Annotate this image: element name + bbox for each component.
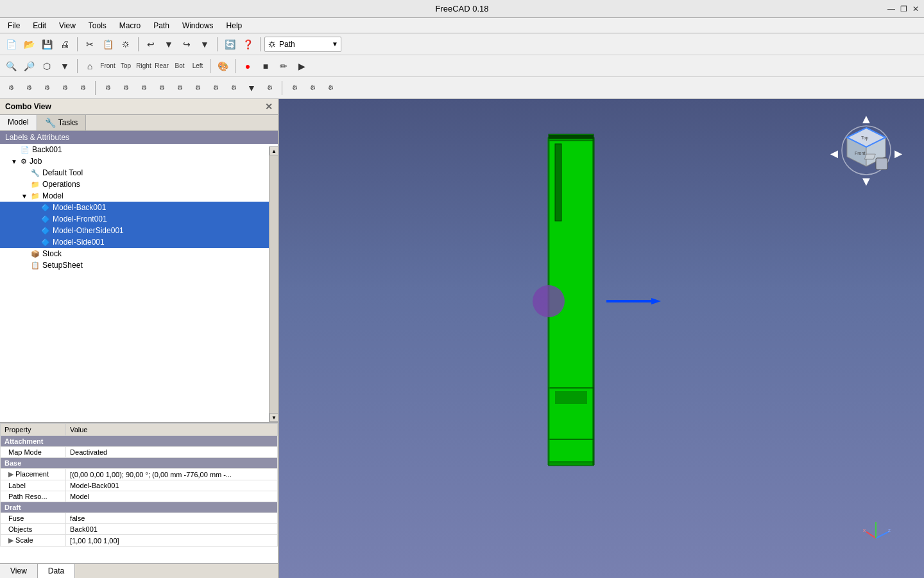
tree-item-model-folder[interactable]: ▼📁Model [0, 190, 278, 202]
maximize-button[interactable]: ❐ [900, 4, 907, 13]
path-op7[interactable]: ⚙ [117, 80, 134, 96]
tree-item-job[interactable]: ▼⚙Job [0, 155, 278, 167]
path-op11[interactable]: ⚙ [189, 80, 206, 96]
combo-close-button[interactable]: ✕ [265, 101, 273, 112]
tree-item-model-otherside001[interactable]: 🔷Model-OtherSide001 [0, 225, 278, 236]
sep5 [77, 59, 78, 73]
viewport[interactable]: ▲ ▼ ◄ ► Front Top [279, 99, 924, 578]
sep3 [217, 37, 218, 51]
tree-item-back001[interactable]: 📄Back001 [0, 144, 278, 155]
cut-button[interactable]: ✂ [81, 36, 98, 53]
path-op3[interactable]: ⚙ [38, 80, 55, 96]
fit-selection-button[interactable]: 🔎 [21, 58, 37, 74]
prop-expand-icon[interactable]: ▶ [8, 536, 15, 544]
nav-arrow-left[interactable]: ◄ [828, 146, 841, 161]
path-op6[interactable]: ⚙ [99, 80, 116, 96]
stop-button[interactable]: ■ [257, 58, 274, 74]
front-view[interactable]: Front [99, 58, 116, 74]
help-button[interactable]: ❓ [239, 36, 256, 53]
edit-button[interactable]: ✏ [275, 58, 292, 74]
svg-line-21 [876, 532, 889, 538]
top-view[interactable]: Top [117, 58, 134, 74]
menu-item-view[interactable]: View [54, 20, 81, 31]
copy-button[interactable]: 📋 [99, 36, 116, 53]
refresh-button[interactable]: 🔄 [221, 36, 238, 53]
redo-button[interactable]: ↪ [178, 36, 195, 53]
tree-item-model-back001[interactable]: 🔷Model-Back001 [0, 202, 278, 213]
home-view[interactable]: ⌂ [81, 58, 98, 74]
tab-model[interactable]: Model [0, 115, 37, 130]
left-view[interactable]: Left [189, 58, 206, 74]
draw-style-dropdown[interactable]: ▼ [56, 58, 73, 74]
menu-item-path[interactable]: Path [148, 20, 175, 31]
tree-expand-job[interactable]: ▼ [10, 158, 18, 165]
undo-dropdown[interactable]: ▼ [160, 36, 177, 53]
tree-item-model-side001[interactable]: 🔷Model-Side001 [0, 236, 278, 248]
close-button[interactable]: ✕ [912, 4, 919, 13]
print-button[interactable]: 🖨 [56, 36, 73, 53]
prop-row: ObjectsBack001 [1, 524, 278, 535]
tree-scrollbar[interactable]: ▲ ▼ [269, 146, 278, 422]
material-button[interactable]: 🎨 [214, 58, 231, 74]
path-op9[interactable]: ⚙ [153, 80, 170, 96]
path-op1[interactable]: ⚙ [3, 80, 19, 96]
right-view[interactable]: Right [135, 58, 152, 74]
path-icon[interactable]: ⛭ [117, 36, 134, 53]
tab-view[interactable]: View [0, 564, 38, 578]
nav-arrow-right[interactable]: ► [892, 146, 905, 161]
path-op17[interactable]: ⚙ [322, 80, 339, 96]
menu-item-file[interactable]: File [3, 20, 25, 31]
redo-dropdown[interactable]: ▼ [196, 36, 213, 53]
tree-item-setupsheet[interactable]: 📋SetupSheet [0, 259, 278, 271]
menu-item-help[interactable]: Help [221, 20, 248, 31]
scroll-up-button[interactable]: ▲ [270, 146, 278, 155]
titlebar: FreeCAD 0.18 — ❐ ✕ [0, 0, 924, 18]
path-op13[interactable]: ⚙ [225, 80, 242, 96]
menu-item-windows[interactable]: Windows [177, 20, 219, 31]
prop-value: false [66, 513, 278, 524]
menu-item-tools[interactable]: Tools [83, 20, 112, 31]
save-button[interactable]: 💾 [38, 36, 55, 53]
tree-header: Labels & Attributes [0, 131, 278, 144]
svg-text:Top: Top [861, 136, 868, 141]
path-op2[interactable]: ⚙ [21, 80, 37, 96]
scroll-down-button[interactable]: ▼ [270, 413, 278, 422]
tab-data[interactable]: Data [38, 564, 75, 578]
path-op12[interactable]: ⚙ [207, 80, 224, 96]
tree-item-operations[interactable]: 📁Operations [0, 179, 278, 190]
path-op16[interactable]: ⚙ [304, 80, 321, 96]
tree-item-default-tool[interactable]: 🔧Default Tool [0, 167, 278, 179]
tree-item-model-front001[interactable]: 🔷Model-Front001 [0, 213, 278, 225]
prop-header-value: Value [66, 424, 278, 436]
window-controls: — ❐ ✕ [887, 4, 919, 13]
record-button[interactable]: ● [239, 58, 256, 74]
path-op4[interactable]: ⚙ [56, 80, 73, 96]
tree-expand-model-folder[interactable]: ▼ [21, 193, 28, 200]
nav-arrow-down[interactable]: ▼ [860, 174, 873, 189]
undo-button[interactable]: ↩ [142, 36, 159, 53]
menu-item-macro[interactable]: Macro [114, 20, 146, 31]
menu-item-edit[interactable]: Edit [28, 20, 51, 31]
tree-label-model-folder: Model [42, 191, 64, 200]
prop-expand-icon[interactable]: ▶ [8, 470, 15, 478]
path-op10[interactable]: ⚙ [171, 80, 188, 96]
open-button[interactable]: 📂 [21, 36, 37, 53]
bottom-view[interactable]: Bot [171, 58, 188, 74]
draw-style-button[interactable]: ⬡ [38, 58, 55, 74]
path-op5[interactable]: ⚙ [74, 80, 91, 96]
fit-all-button[interactable]: 🔍 [3, 58, 19, 74]
path-op15[interactable]: ⚙ [286, 80, 303, 96]
path-op14[interactable]: ⚙ [261, 80, 278, 96]
new-button[interactable]: 📄 [3, 36, 19, 53]
workbench-selector[interactable]: ⛭ Path ▼ [264, 37, 341, 52]
path-op-dropdown[interactable]: ▼ [243, 80, 260, 96]
tree-content: 📄Back001▼⚙Job🔧Default Tool📁Operations▼📁M… [0, 144, 278, 419]
play-button[interactable]: ▶ [293, 58, 310, 74]
tab-tasks[interactable]: 🔧 Tasks [37, 115, 87, 130]
tree-label-job: Job [30, 157, 42, 166]
path-op8[interactable]: ⚙ [135, 80, 152, 96]
tree-item-stock[interactable]: 📦Stock [0, 248, 278, 259]
rear-view[interactable]: Rear [153, 58, 170, 74]
minimize-button[interactable]: — [887, 4, 895, 13]
navigation-cube[interactable]: ▲ ▼ ◄ ► Front Top [828, 112, 905, 195]
